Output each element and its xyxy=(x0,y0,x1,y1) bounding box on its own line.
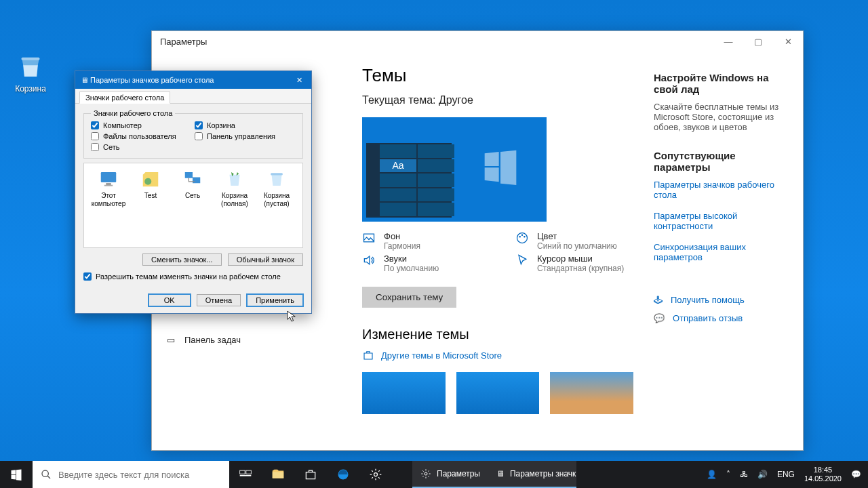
customize-text: Скачайте бесплатные темы из Microsoft St… xyxy=(654,102,792,132)
taskbar: Введите здесь текст для поиска Параметры… xyxy=(0,461,868,488)
chk-computer[interactable]: Компьютер xyxy=(91,121,192,129)
get-help-link[interactable]: 🕹Получить помощь xyxy=(654,295,792,305)
palette-icon xyxy=(515,231,529,245)
app-icon: 🖥 xyxy=(81,76,88,84)
start-button[interactable] xyxy=(0,461,33,488)
dialog-close-button[interactable]: ✕ xyxy=(292,76,306,85)
close-button[interactable]: ✕ xyxy=(773,31,803,52)
theme-sound[interactable]: ЗвукиПо умолчанию xyxy=(362,253,511,273)
theme-thumb-1[interactable] xyxy=(362,372,446,414)
theme-bg[interactable]: ФонГармония xyxy=(362,231,511,251)
taskbar-app-settings[interactable]: Параметры xyxy=(412,461,488,488)
svg-rect-0 xyxy=(22,58,40,60)
feedback-link[interactable]: 💬Отправить отзыв xyxy=(654,313,792,323)
system-tray: 👤 ˄ 🖧 🔊 ENG 18:45 14.05.2020 💬 xyxy=(700,466,868,483)
settings-titlebar[interactable]: Параметры — ▢ ✕ xyxy=(152,31,803,52)
link-sync-settings[interactable]: Синхронизация ваших параметров xyxy=(654,242,792,262)
sidebar-item-taskbar[interactable]: ▭ Панель задач xyxy=(152,329,342,350)
sidebar-item-label: Панель задач xyxy=(184,335,241,345)
edge-icon xyxy=(336,468,350,481)
tray-notifications-icon[interactable]: 💬 xyxy=(851,470,861,479)
restore-icon-button[interactable]: Обычный значок xyxy=(228,253,303,266)
feedback-icon: 💬 xyxy=(654,313,665,323)
chk-user-input[interactable] xyxy=(91,132,99,140)
icon-test[interactable]: Test xyxy=(132,169,170,200)
search-placeholder: Введите здесь текст для поиска xyxy=(58,470,189,480)
chk-computer-input[interactable] xyxy=(91,121,99,129)
svg-point-3 xyxy=(519,236,521,238)
picture-icon xyxy=(362,231,376,245)
apply-button[interactable]: Применить xyxy=(247,294,303,306)
chk-control-panel[interactable]: Панель управления xyxy=(195,132,296,140)
chk-allow-input[interactable] xyxy=(83,272,92,281)
icon-recycle-empty[interactable]: Корзина (пустая) xyxy=(258,169,296,208)
chk-network[interactable]: Сеть xyxy=(91,143,192,151)
link-desktop-icons[interactable]: Параметры значков рабочего стола xyxy=(654,180,792,200)
link-high-contrast[interactable]: Параметры высокой контрастности xyxy=(654,211,792,231)
ok-button[interactable]: OK xyxy=(149,294,191,306)
svg-rect-14 xyxy=(240,470,245,474)
settings-content: Темы Текущая тема: Другое Aa Фо xyxy=(342,52,654,450)
chk-allow-themes[interactable]: Разрешить темам изменять значки на рабоч… xyxy=(83,272,303,281)
theme-cursor[interactable]: Курсор мышиСтандартная (крупная) xyxy=(515,253,654,273)
svg-rect-7 xyxy=(106,183,111,185)
tray-chevron-up-icon[interactable]: ˄ xyxy=(726,470,730,479)
chk-user-files[interactable]: Файлы пользователя xyxy=(91,132,192,140)
store-icon xyxy=(304,468,317,481)
icon-this-pc[interactable]: Этот компьютер xyxy=(90,169,127,208)
svg-rect-17 xyxy=(273,472,284,478)
windows-logo-icon xyxy=(10,468,22,481)
save-theme-button[interactable]: Сохранить тему xyxy=(362,287,456,308)
store-icon xyxy=(362,349,374,361)
svg-point-19 xyxy=(374,473,378,476)
minimize-button[interactable]: — xyxy=(713,31,743,52)
taskbar-icon: ▭ xyxy=(167,335,175,345)
svg-rect-16 xyxy=(240,475,252,476)
desktop-icons-dialog: 🖥 Параметры значков рабочего стола ✕ Зна… xyxy=(75,70,312,314)
chk-recycle-bin[interactable]: Корзина xyxy=(195,121,296,129)
dialog-title: Параметры значков рабочего стола xyxy=(90,76,214,84)
tray-volume-icon[interactable]: 🔊 xyxy=(757,470,768,479)
chk-net-input[interactable] xyxy=(91,143,99,151)
current-theme-label: Текущая тема: Другое xyxy=(362,94,633,106)
taskbar-edge[interactable] xyxy=(327,461,359,488)
tray-people-icon[interactable]: 👤 xyxy=(707,470,717,479)
settings-title: Параметры xyxy=(160,37,207,47)
gear-icon xyxy=(369,468,382,481)
chk-recycle-input[interactable] xyxy=(195,121,203,129)
desktop-recycle-bin[interactable]: Корзина xyxy=(7,53,54,94)
windows-logo-icon xyxy=(481,147,519,185)
icon-recycle-full[interactable]: Корзина (полная) xyxy=(216,169,254,208)
svg-rect-12 xyxy=(271,173,283,175)
svg-rect-1 xyxy=(364,234,374,242)
svg-point-5 xyxy=(524,236,526,238)
tray-clock[interactable]: 18:45 14.05.2020 xyxy=(804,466,842,483)
app-icon: 🖥 xyxy=(496,469,505,479)
svg-rect-11 xyxy=(193,178,200,184)
dialog-titlebar[interactable]: 🖥 Параметры значков рабочего стола ✕ xyxy=(75,71,311,89)
maximize-button[interactable]: ▢ xyxy=(743,31,773,52)
theme-preview[interactable]: Aa xyxy=(362,117,547,222)
svg-point-4 xyxy=(521,235,524,237)
chk-cp-input[interactable] xyxy=(195,132,203,140)
related-heading: Сопутствующие параметры xyxy=(654,150,792,173)
cancel-button[interactable]: Отмена xyxy=(197,294,241,306)
taskbar-explorer[interactable] xyxy=(262,461,294,488)
taskbar-store[interactable] xyxy=(294,461,327,488)
theme-thumb-3[interactable] xyxy=(550,372,633,414)
svg-rect-8 xyxy=(104,185,113,186)
tab-desktop-icons[interactable]: Значки рабочего стола xyxy=(79,92,170,104)
sound-icon xyxy=(362,253,376,267)
tray-language[interactable]: ENG xyxy=(777,470,795,479)
more-themes-link[interactable]: Другие темы в Microsoft Store xyxy=(362,349,633,361)
task-view-button[interactable] xyxy=(229,461,262,488)
taskbar-search[interactable]: Введите здесь текст для поиска xyxy=(33,461,229,488)
tray-network-icon[interactable]: 🖧 xyxy=(740,470,748,479)
svg-rect-15 xyxy=(246,470,252,474)
theme-thumb-2[interactable] xyxy=(456,372,540,414)
theme-color[interactable]: ЦветСиний по умолчанию xyxy=(515,231,654,251)
icon-network[interactable]: Сеть xyxy=(174,169,212,200)
taskbar-app-dialog[interactable]: 🖥 Параметры значк... xyxy=(488,461,576,488)
change-icon-button[interactable]: Сменить значок... xyxy=(142,253,222,266)
taskbar-settings-icon[interactable] xyxy=(359,461,392,488)
